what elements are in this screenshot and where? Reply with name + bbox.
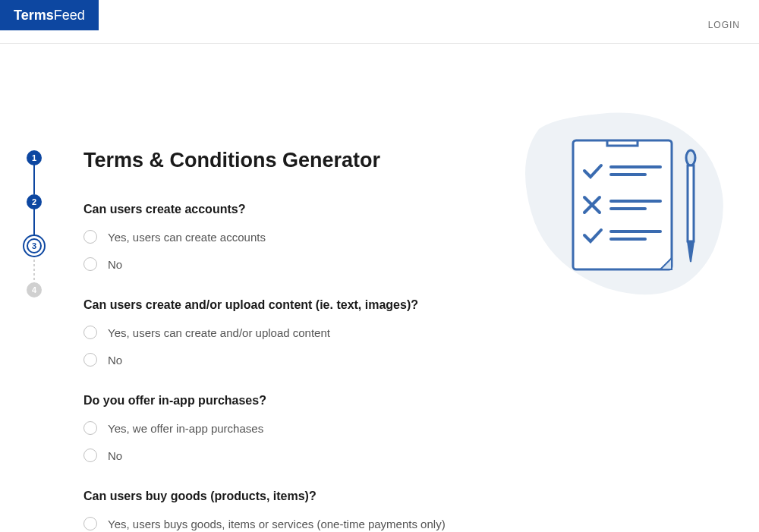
radio-icon [83,449,97,462]
option-label: Yes, users can create and/or upload cont… [108,326,330,339]
option-accounts-no[interactable]: No [83,257,493,271]
option-label: No [108,449,122,462]
content: Terms & Conditions Generator Can users c… [68,44,493,532]
question-block-goods: Can users buy goods (products, items)? Y… [83,490,493,532]
option-goods-yes[interactable]: Yes, users buys goods, items or services… [83,517,493,530]
option-label: Yes, users can create accounts [108,231,266,244]
option-label: No [108,258,122,271]
question-block-accounts: Can users create accounts? Yes, users ca… [83,203,493,271]
option-purchases-no[interactable]: No [83,449,493,462]
option-label: No [108,354,122,367]
option-accounts-yes[interactable]: Yes, users can create accounts [83,230,493,244]
radio-icon [83,326,97,339]
document-illustration [509,99,736,319]
option-purchases-yes[interactable]: Yes, we offer in-app purchases [83,421,493,435]
question-text: Can users buy goods (products, items)? [83,490,493,503]
option-content-yes[interactable]: Yes, users can create and/or upload cont… [83,326,493,339]
step-3[interactable]: 3 [27,238,42,253]
question-block-content: Can users create and/or upload content (… [83,298,493,367]
main: 1 2 3 4 Terms & Conditions Generator Can… [0,44,759,532]
logo[interactable]: TermsFeed [0,0,99,30]
radio-icon [83,517,97,530]
logo-terms: Terms [14,8,54,23]
login-link[interactable]: LOGIN [708,20,740,30]
svg-rect-0 [573,140,672,269]
step-2[interactable]: 2 [27,194,42,209]
question-text: Can users create accounts? [83,203,493,216]
page-title: Terms & Conditions Generator [83,149,493,172]
radio-icon [83,230,97,244]
option-content-no[interactable]: No [83,353,493,367]
question-block-purchases: Do you offer in-app purchases? Yes, we o… [83,394,493,462]
step-line-3 [33,250,35,287]
logo-feed: Feed [54,8,85,23]
radio-icon [83,353,97,367]
header: TermsFeed LOGIN [0,0,759,44]
step-1[interactable]: 1 [27,150,42,165]
question-text: Do you offer in-app purchases? [83,394,493,408]
svg-point-9 [686,150,695,165]
stepper: 1 2 3 4 [0,44,68,532]
svg-rect-10 [688,165,694,241]
radio-icon [83,421,97,435]
radio-icon [83,257,97,271]
option-label: Yes, we offer in-app purchases [108,422,263,435]
step-4[interactable]: 4 [27,282,42,297]
question-text: Can users create and/or upload content (… [83,298,493,312]
option-label: Yes, users buys goods, items or services… [108,518,446,530]
